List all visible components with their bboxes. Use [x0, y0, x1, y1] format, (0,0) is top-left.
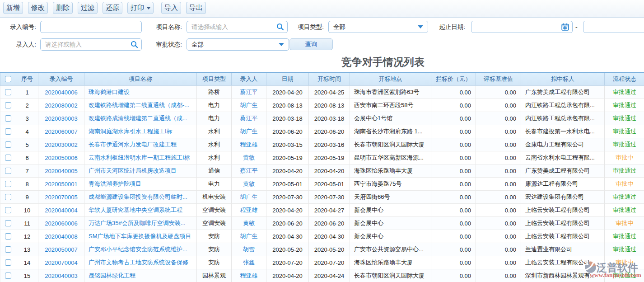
select-all-checkbox[interactable] [5, 76, 11, 82]
cell-entry_no[interactable]: 2020030002 [38, 138, 84, 151]
row-checkbox-cell [0, 125, 16, 138]
row-checkbox[interactable] [5, 194, 11, 200]
entry-person-label: 录入人: [0, 38, 36, 51]
cell-project[interactable]: 珠海鹤港口建设 [84, 86, 197, 99]
cell-ceiling: 0.00 [431, 112, 476, 125]
cell-entry_no[interactable]: 2020040003 [38, 269, 84, 282]
export-button[interactable]: 导出 [186, 2, 206, 14]
cell-benchmark: 0.00 [476, 204, 521, 217]
cell-project[interactable]: 华软大厦研究基地中央空调系统工程 [84, 204, 197, 217]
cell-entry_no[interactable]: 2020050006 [38, 151, 84, 164]
cell-entry_no[interactable]: 2020040004 [38, 204, 84, 217]
cell-entry_no[interactable]: 2020060007 [38, 125, 84, 138]
cell-entry_no[interactable]: 2020070004 [38, 256, 84, 269]
cell-project[interactable]: 晟铭园林绿化工程 [84, 269, 197, 282]
query-button[interactable]: 查询 [289, 38, 333, 50]
project-type-value: 全部 [333, 23, 418, 31]
cell-seq: 1 [16, 86, 38, 99]
cell-project[interactable]: 万达广场35#会所及咖啡厅空调安装... [84, 217, 197, 230]
column-header-benchmark: 评标基准值 [476, 73, 521, 85]
calendar-icon[interactable] [561, 23, 569, 31]
cell-entry_no[interactable]: 2020060006 [38, 217, 84, 230]
cell-status: 审批中 [605, 178, 644, 191]
row-checkbox[interactable] [5, 207, 11, 213]
cell-project[interactable]: 长春市伊通河水力发电厂改建工程 [84, 138, 197, 151]
cell-ceiling: 0.00 [431, 191, 476, 204]
cell-entry_no[interactable]: 2020040006 [38, 86, 84, 99]
row-checkbox[interactable] [5, 273, 11, 279]
print-button[interactable]: 打印 [127, 2, 154, 14]
cell-project[interactable]: 广州市文物考古工地安防系统设备保修 [84, 256, 197, 269]
row-checkbox[interactable] [5, 128, 11, 135]
row-checkbox[interactable] [5, 115, 11, 122]
row-checkbox[interactable] [5, 89, 11, 95]
search-icon[interactable] [131, 41, 138, 48]
cell-entry_no[interactable]: 2020030003 [38, 112, 84, 125]
import-button-label: 导入 [164, 4, 178, 12]
entry-person-input[interactable] [40, 38, 142, 51]
row-checkbox[interactable] [5, 181, 11, 187]
cell-seq: 9 [16, 191, 38, 204]
date-start-input[interactable] [471, 21, 573, 33]
row-checkbox[interactable] [5, 102, 11, 108]
cell-person: 黄敏 [232, 178, 266, 191]
cell-entry_no[interactable]: 2020040008 [38, 230, 84, 243]
cell-entry_no[interactable]: 2020070005 [38, 191, 84, 204]
cell-project[interactable]: 湖南洞庭湖水库引水工程施工I标 [84, 125, 197, 138]
filter-button[interactable]: 过滤 [78, 2, 98, 14]
date-end-input[interactable] [583, 21, 644, 33]
cell-bid_place: 新会展中心 [350, 217, 431, 230]
cell-project[interactable]: 广州市天河区统计局机房改造项目 [84, 164, 197, 178]
cell-project[interactable]: 云南水利枢纽潜明水库一期工程施工I标 [84, 151, 197, 164]
cell-bid_place: 广安市公共资源交易中心... [350, 243, 431, 256]
add-button-label: 新增 [6, 4, 20, 12]
cell-date: 2020-07-20 [266, 256, 309, 269]
project-name-input[interactable] [187, 21, 288, 33]
row-checkbox[interactable] [5, 155, 11, 161]
cell-winner: 宏达建设集团有限公司 [521, 191, 605, 204]
cell-project[interactable]: 成都能源建设集团投资有限公司临时... [84, 191, 197, 204]
row-checkbox[interactable] [5, 220, 11, 226]
cell-person: 胡雪 [232, 243, 266, 256]
column-header-ceiling: 拦标价（元） [431, 73, 476, 85]
cell-entry_no[interactable]: 2020080002 [38, 99, 84, 112]
row-checkbox[interactable] [5, 141, 11, 148]
cell-benchmark: 0.00 [476, 191, 521, 204]
cell-project[interactable]: SM广场地下车库更换摄像机及硬盘项目 [84, 230, 197, 243]
cell-status: 审批通过 [605, 112, 644, 125]
row-checkbox[interactable] [5, 233, 11, 240]
cell-entry_no[interactable]: 2020050007 [38, 243, 84, 256]
row-checkbox-cell [0, 204, 16, 217]
row-checkbox[interactable] [5, 168, 11, 174]
delete-button[interactable]: 删除 [53, 2, 73, 14]
cell-benchmark: 0.00 [476, 112, 521, 125]
cell-project[interactable]: 青海洪湖养护院项目 [84, 178, 197, 191]
restore-button[interactable]: 还原 [103, 2, 122, 14]
add-button[interactable]: 新增 [3, 2, 23, 14]
cell-bid_place: 新会展中心 [350, 204, 431, 217]
import-button[interactable]: 导入 [161, 2, 181, 14]
approval-status-value: 全部 [191, 41, 279, 49]
row-checkbox[interactable] [5, 246, 11, 253]
cell-person: 程亚雄 [232, 269, 266, 282]
project-type-select[interactable]: 全部 [328, 21, 428, 33]
row-checkbox[interactable] [5, 259, 11, 266]
cell-project[interactable]: 改建铁路成渝线增建第二直通线（成... [84, 112, 197, 125]
cell-person: 胡广生 [232, 191, 266, 204]
entry-no-input[interactable] [40, 21, 142, 33]
table-row: 122020040008SM广场地下车库更换摄像机及硬盘项目安防胡广生2020-… [0, 230, 644, 243]
cell-status: 审批通过 [605, 269, 644, 282]
edit-button[interactable]: 修改 [28, 2, 48, 14]
approval-status-select[interactable]: 全部 [187, 38, 289, 51]
cell-bid_place: 长春市朝阳区润天国际大厦 [350, 269, 431, 282]
cell-entry_no[interactable]: 2020040005 [38, 164, 84, 178]
cell-type: 机电安装 [197, 191, 232, 204]
cell-bid_place: 天府四街66号 [350, 191, 431, 204]
cell-project[interactable]: 广安邓小平纪念馆安全防范系统维护... [84, 243, 197, 256]
search-icon[interactable] [276, 23, 284, 31]
cell-bid_time: 2020-05-20 [309, 243, 350, 256]
cell-entry_no[interactable]: 2020050001 [38, 178, 84, 191]
cell-status: 审批通过 [605, 86, 644, 99]
cell-project[interactable]: 改建铁路线增建第二线直通线（成都-... [84, 99, 197, 112]
cell-person: 程亚雄 [232, 204, 266, 217]
